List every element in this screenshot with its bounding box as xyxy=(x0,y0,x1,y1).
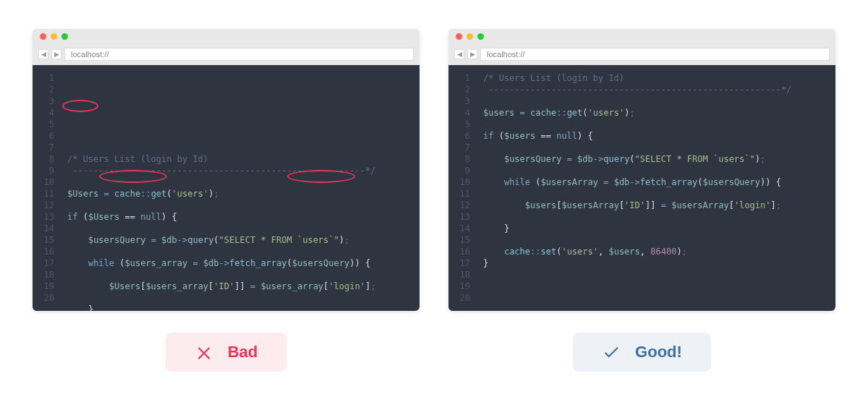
forward-button[interactable]: ▶ xyxy=(467,49,477,59)
line-gutter: 1234567891011121314151617181920 xyxy=(448,65,476,311)
line-number: 15 xyxy=(448,234,470,246)
code-line: /* Users List (login by Id) xyxy=(483,72,828,84)
window-chrome xyxy=(33,29,420,43)
code-line: if ($Users == null) { xyxy=(67,211,412,223)
cross-icon xyxy=(195,343,213,362)
code-line xyxy=(483,188,828,200)
code-line: $Users[$users_array['ID']] = $users_arra… xyxy=(67,281,412,292)
code-line: $users[$usersArray['ID']] = $usersArray[… xyxy=(483,200,828,211)
code-line: $Users = cache::get('users'); xyxy=(67,188,412,200)
back-button[interactable]: ◀ xyxy=(38,49,48,59)
code-line xyxy=(483,119,828,130)
forward-button[interactable]: ▶ xyxy=(51,49,61,59)
good-badge: Good! xyxy=(573,333,711,372)
code-line xyxy=(67,223,412,234)
url-bar[interactable]: localhost:// xyxy=(64,48,414,61)
line-number: 10 xyxy=(33,176,54,188)
window-chrome xyxy=(448,29,835,43)
line-number: 16 xyxy=(448,246,470,257)
code-editor-bad: 1234567891011121314151617181920 /* Users… xyxy=(33,65,420,311)
code-line xyxy=(67,176,412,188)
browser-window-bad: ◀ ▶ localhost:// 12345678910111213141516… xyxy=(33,29,420,311)
minimize-dot-icon xyxy=(51,33,57,40)
line-number: 12 xyxy=(33,200,54,211)
code-line xyxy=(483,292,828,304)
code-line: while ($users_array = $db->fetch_array($… xyxy=(67,257,412,269)
close-dot-icon xyxy=(456,33,462,40)
zoom-dot-icon xyxy=(61,33,68,40)
line-number: 11 xyxy=(448,188,470,200)
line-number: 11 xyxy=(33,188,54,200)
line-number: 4 xyxy=(33,107,54,119)
line-number: 7 xyxy=(33,142,54,153)
line-number: 19 xyxy=(448,281,470,292)
code-line: cache::set('users', $users, 86400); xyxy=(483,246,828,257)
bad-column: ◀ ▶ localhost:// 12345678910111213141516… xyxy=(33,29,420,373)
code-line xyxy=(483,165,828,176)
line-number: 9 xyxy=(33,165,54,176)
code-line: } xyxy=(483,223,828,234)
line-number: 13 xyxy=(448,211,470,223)
good-column: ◀ ▶ localhost:// 12345678910111213141516… xyxy=(448,29,835,373)
zoom-dot-icon xyxy=(477,33,484,40)
line-number: 20 xyxy=(33,292,54,304)
line-number: 20 xyxy=(448,292,470,304)
code-line xyxy=(483,95,828,107)
bad-badge: Bad xyxy=(166,333,287,372)
line-number: 15 xyxy=(33,234,54,246)
line-number: 8 xyxy=(448,153,470,165)
code-line: ----------------------------------------… xyxy=(483,84,828,95)
code-area-bad: /* Users List (login by Id) ------------… xyxy=(60,65,420,311)
line-number: 12 xyxy=(448,200,470,211)
line-number: 1 xyxy=(33,72,54,84)
code-line xyxy=(67,292,412,304)
line-number: 14 xyxy=(33,223,54,234)
browser-window-good: ◀ ▶ localhost:// 12345678910111213141516… xyxy=(448,29,835,311)
line-number: 18 xyxy=(33,269,54,281)
code-line xyxy=(67,246,412,257)
code-line: $users = cache::get('users'); xyxy=(483,107,828,119)
line-gutter: 1234567891011121314151617181920 xyxy=(33,65,60,311)
code-line xyxy=(483,281,828,292)
code-line xyxy=(483,142,828,153)
close-dot-icon xyxy=(40,33,46,40)
code-area-good: /* Users List (login by Id) ------------… xyxy=(476,65,835,311)
bad-label: Bad xyxy=(228,343,258,362)
check-icon xyxy=(602,343,621,362)
line-number: 18 xyxy=(448,269,470,281)
line-number: 5 xyxy=(33,119,54,130)
code-line xyxy=(483,269,828,281)
line-number: 8 xyxy=(33,153,54,165)
line-number: 2 xyxy=(448,84,470,95)
nav-row: ◀ ▶ localhost:// xyxy=(448,43,835,65)
line-number: 10 xyxy=(448,176,470,188)
nav-row: ◀ ▶ localhost:// xyxy=(33,43,420,65)
url-bar[interactable]: localhost:// xyxy=(480,48,830,61)
line-number: 9 xyxy=(448,165,470,176)
code-editor-good: 1234567891011121314151617181920 /* Users… xyxy=(448,65,835,311)
code-line xyxy=(483,211,828,223)
code-line xyxy=(67,269,412,281)
code-line xyxy=(483,234,828,246)
back-button[interactable]: ◀ xyxy=(454,49,464,59)
line-number: 14 xyxy=(448,223,470,234)
code-line: while ($usersArray = $db->fetch_array($u… xyxy=(483,176,828,188)
line-number: 6 xyxy=(448,130,470,142)
code-line: } xyxy=(67,304,412,311)
line-number: 1 xyxy=(448,72,470,84)
line-number: 6 xyxy=(33,130,54,142)
line-number: 17 xyxy=(33,257,54,269)
code-line: $usersQuery = $db->query("SELECT * FROM … xyxy=(67,234,412,246)
code-line: ----------------------------------------… xyxy=(67,165,412,176)
code-line xyxy=(67,200,412,211)
minimize-dot-icon xyxy=(467,33,473,40)
line-number: 19 xyxy=(33,281,54,292)
annotation-circle-icon xyxy=(62,100,98,112)
line-number: 3 xyxy=(33,95,54,107)
line-number: 5 xyxy=(448,119,470,130)
line-number: 2 xyxy=(33,84,54,95)
line-number: 16 xyxy=(33,246,54,257)
line-number: 3 xyxy=(448,95,470,107)
line-number: 4 xyxy=(448,107,470,119)
code-line: if ($users == null) { xyxy=(483,130,828,142)
